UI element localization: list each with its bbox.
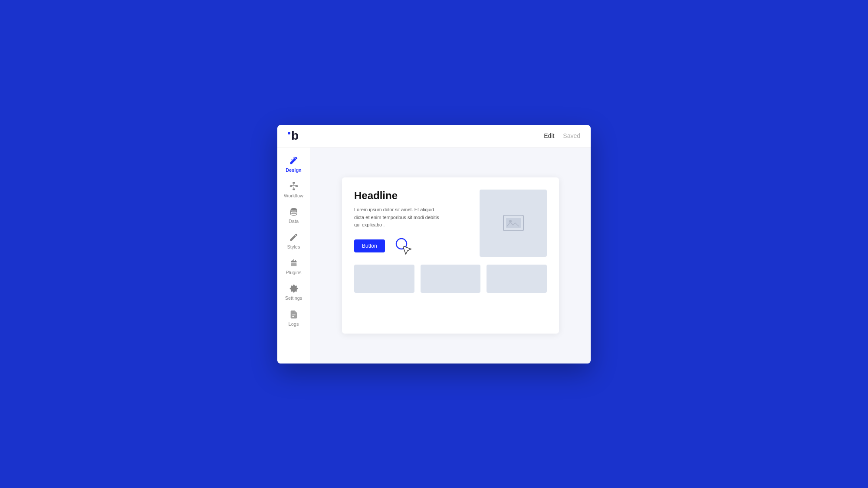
image-placeholder-icon	[503, 214, 524, 232]
canvas-cards	[354, 265, 547, 293]
design-icon	[289, 155, 299, 166]
cursor-svg	[392, 235, 414, 257]
canvas-card-1	[354, 265, 414, 293]
sidebar-item-workflow-label: Workflow	[284, 193, 303, 199]
saved-status: Saved	[563, 132, 580, 139]
sidebar-item-workflow[interactable]: Workflow	[279, 177, 309, 201]
sidebar-item-styles-label: Styles	[287, 244, 300, 250]
canvas-text-area: Headline Lorem ipsum dolor sit amet. Et …	[354, 190, 471, 257]
sidebar-item-logs[interactable]: Logs	[279, 306, 309, 330]
body: Design Workflow	[277, 147, 591, 364]
plugins-icon	[289, 258, 299, 268]
sidebar-item-design[interactable]: Design	[279, 152, 309, 176]
svg-rect-3	[293, 188, 295, 190]
sidebar-item-logs-label: Logs	[289, 321, 299, 327]
workflow-icon	[289, 181, 299, 191]
svg-rect-0	[293, 182, 295, 184]
sidebar-item-plugins[interactable]: Plugins	[279, 254, 309, 278]
edit-button[interactable]: Edit	[544, 132, 554, 139]
canvas-image-placeholder	[480, 190, 547, 257]
header-actions: Edit Saved	[544, 132, 580, 139]
logo-dot	[288, 132, 290, 134]
settings-icon	[289, 283, 299, 294]
sidebar-item-styles[interactable]: Styles	[279, 229, 309, 252]
sidebar: Design Workflow	[277, 147, 310, 364]
canvas: Headline Lorem ipsum dolor sit amet. Et …	[342, 177, 559, 334]
sidebar-item-settings-label: Settings	[285, 295, 302, 301]
logs-icon	[289, 309, 299, 320]
svg-rect-10	[291, 263, 296, 266]
app-window: b Edit Saved Design	[277, 125, 591, 364]
canvas-button-row: Button	[354, 235, 471, 257]
logo-letter: b	[291, 129, 299, 143]
canvas-card-2	[421, 265, 481, 293]
canvas-body-text: Lorem ipsum dolor sit amet. Et aliquid d…	[354, 206, 441, 229]
canvas-card-3	[487, 265, 547, 293]
canvas-headline: Headline	[354, 190, 471, 202]
canvas-button[interactable]: Button	[354, 239, 385, 252]
logo: b	[288, 129, 299, 143]
main-content: Headline Lorem ipsum dolor sit amet. Et …	[310, 147, 591, 364]
canvas-top-section: Headline Lorem ipsum dolor sit amet. Et …	[354, 190, 547, 257]
styles-icon	[289, 232, 299, 242]
svg-marker-14	[403, 246, 411, 254]
cursor-indicator	[392, 235, 414, 257]
sidebar-item-data[interactable]: Data	[279, 203, 309, 227]
header: b Edit Saved	[277, 125, 591, 147]
sidebar-item-data-label: Data	[289, 219, 299, 224]
svg-point-17	[509, 220, 512, 223]
sidebar-item-design-label: Design	[286, 167, 302, 173]
data-icon	[289, 206, 299, 217]
sidebar-item-plugins-label: Plugins	[286, 270, 301, 275]
svg-rect-16	[506, 218, 521, 228]
sidebar-item-settings[interactable]: Settings	[279, 280, 309, 304]
